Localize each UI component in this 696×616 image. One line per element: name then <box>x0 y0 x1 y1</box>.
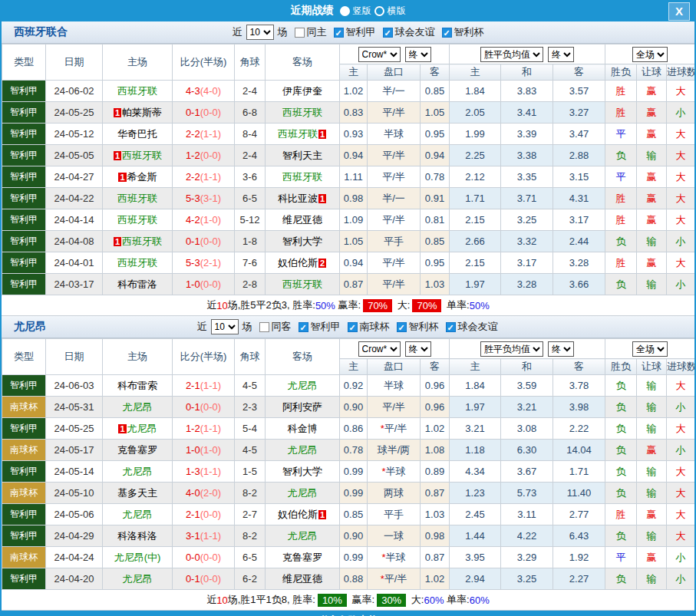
match-row: 智利甲24-06-02西班牙联4-3(4-0)2-4伊库伊奎1.02半/一0.8… <box>2 81 695 102</box>
games-count-select[interactable]: 10 <box>246 25 274 40</box>
score-cell: 3-1(1-1) <box>173 525 235 547</box>
same-venue-label[interactable]: 同客 <box>272 320 292 334</box>
away-team-cell: 智利大学 <box>266 461 340 483</box>
league-checkbox-label[interactable]: 智利甲 <box>311 320 341 334</box>
handicap-cell: 平/半 <box>368 145 421 166</box>
mean-home: 3.95 <box>450 547 501 568</box>
odds-home: 0.94 <box>340 252 368 274</box>
home-team-name: 尤尼昂 <box>123 509 153 520</box>
league-checkbox-label[interactable]: 智利杯 <box>409 320 439 334</box>
result-wdl: 负 <box>605 375 637 397</box>
league-checkbox[interactable]: ✓ <box>299 322 308 332</box>
column-header: 日期 <box>46 44 103 81</box>
summary-segment: 近 <box>206 593 216 607</box>
result-wdl: 负 <box>605 231 637 252</box>
match-date: 24-05-31 <box>46 397 103 418</box>
home-team-name: 西班牙联 <box>117 85 157 97</box>
mean-home: 1.97 <box>450 397 501 418</box>
league-checkbox[interactable]: ✓ <box>383 28 393 38</box>
mean-away: 14.04 <box>553 440 605 461</box>
mean-draw: 3.41 <box>501 102 553 124</box>
mean-draw: 3.32 <box>501 231 553 252</box>
league-checkbox[interactable]: ✓ <box>348 322 358 332</box>
league-checkbox[interactable]: ✓ <box>334 28 344 38</box>
away-team-name: 尤尼昂 <box>288 487 318 499</box>
final-mean-select[interactable]: 终 <box>548 47 574 62</box>
league-trend-link[interactable]: 联赛盘路走势 <box>2 611 694 616</box>
landscape-label[interactable]: 横版 <box>388 5 406 18</box>
odds-home: 0.88 <box>340 568 368 590</box>
final-mean-select[interactable]: 终 <box>548 341 574 357</box>
match-date: 24-04-14 <box>46 209 103 231</box>
league-checkbox-label[interactable]: 智利甲 <box>346 25 376 39</box>
summary-segment: 60% <box>470 595 490 606</box>
odds-away: 0.85 <box>421 81 450 102</box>
result-goals: 大 <box>667 461 695 483</box>
mean-home: 4.34 <box>450 461 501 483</box>
match-date: 24-06-02 <box>46 81 103 102</box>
scope-select[interactable]: 全场 <box>632 47 668 62</box>
mean-draw: 3.83 <box>501 81 553 102</box>
red-card-badge: 2 <box>318 259 326 268</box>
odds-away: 1.05 <box>421 102 450 124</box>
corners-cell: 4-5 <box>235 440 266 461</box>
odds-home: 0.87 <box>340 274 368 295</box>
match-row: 智利甲24-04-01西班牙联5-3(2-1)7-6奴伯伦斯20.94平/半0.… <box>2 252 695 274</box>
match-row: 智利甲24-03-17科布雷洛1-0(0-0)2-8西班牙联0.87平/半1.0… <box>2 274 695 295</box>
result-goals: 大 <box>667 209 695 231</box>
same-venue-label[interactable]: 同主 <box>307 25 327 39</box>
result-handicap: 输 <box>637 483 667 504</box>
score-cell: 0-1(0-0) <box>173 568 235 590</box>
red-card-badge: 1 <box>114 237 121 246</box>
close-icon[interactable]: X <box>668 2 690 21</box>
league-checkbox-label[interactable]: 球会友谊 <box>458 320 498 334</box>
summary-segment: 10 <box>216 300 227 311</box>
score-cell: 4-3(4-0) <box>173 81 235 102</box>
score-cell: 0-1(0-0) <box>173 397 235 418</box>
result-goals: 小 <box>667 102 695 124</box>
match-date: 24-04-20 <box>46 568 103 590</box>
home-team-cell: 尤尼昂 <box>103 397 173 418</box>
bookmaker-select[interactable]: Crow* <box>358 47 401 62</box>
away-team-name: 尤尼昂 <box>288 380 318 391</box>
home-team-name: 克鲁塞罗 <box>117 444 157 456</box>
corners-cell: 8-2 <box>235 525 266 547</box>
sub-column-header: 主 <box>450 64 501 81</box>
handicap-cell: *平/半 <box>368 418 421 440</box>
result-handicap: 输 <box>637 145 667 166</box>
portrait-radio[interactable] <box>340 6 350 16</box>
away-team-cell: 尤尼昂 <box>266 525 340 547</box>
games-count-select[interactable]: 10 <box>211 319 239 334</box>
scope-select[interactable]: 全场 <box>632 341 668 357</box>
away-team-name: 尤尼昂 <box>288 444 318 456</box>
mean-draw: 3.35 <box>501 166 553 188</box>
final-odds-select[interactable]: 终 <box>405 341 431 357</box>
same-venue-checkbox[interactable] <box>259 322 269 332</box>
result-goals: 小 <box>667 440 695 461</box>
same-venue-checkbox[interactable] <box>295 28 305 38</box>
league-checkbox-label[interactable]: 南球杯 <box>360 320 390 334</box>
landscape-radio[interactable] <box>374 6 384 16</box>
away-team-cell: 科金博 <box>266 418 340 440</box>
league-checkbox[interactable]: ✓ <box>442 28 452 38</box>
result-goals: 大 <box>667 504 695 525</box>
wdl-mean-select[interactable]: 胜平负均值 <box>480 47 543 62</box>
odds-home: 0.94 <box>340 145 368 166</box>
league-checkbox-label[interactable]: 球会友谊 <box>395 25 435 39</box>
corners-cell: 8-2 <box>235 483 266 504</box>
wdl-mean-select[interactable]: 胜平负均值 <box>480 341 543 357</box>
league-checkbox[interactable]: ✓ <box>446 322 456 332</box>
live-star: * <box>381 552 385 563</box>
final-odds-select[interactable]: 终 <box>405 47 431 62</box>
league-checkbox[interactable]: ✓ <box>397 322 407 332</box>
portrait-label[interactable]: 竖版 <box>353 5 371 18</box>
bookmaker-select[interactable]: Crow* <box>358 341 401 357</box>
match-row: 南球杯24-05-31尤尼昂0-1(0-0)2-3阿利安萨0.90平/半0.96… <box>2 397 695 418</box>
score-cell: 1-2(0-0) <box>173 145 235 166</box>
result-goals: 大 <box>667 525 695 547</box>
handicap-cell: 半球 <box>368 124 421 145</box>
home-team-cell: 尤尼昂 <box>103 504 173 525</box>
mean-home: 2.15 <box>450 252 501 274</box>
league-checkbox-label[interactable]: 智利杯 <box>454 25 484 39</box>
result-goals: 大 <box>667 252 695 274</box>
